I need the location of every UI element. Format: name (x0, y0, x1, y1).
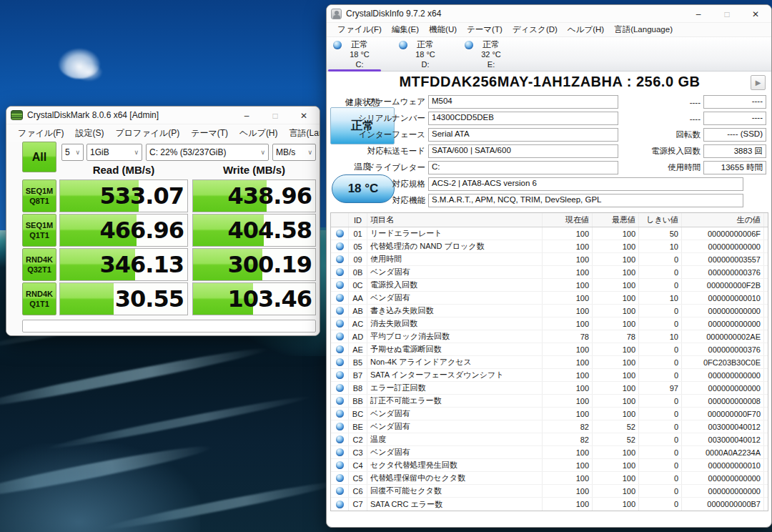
cdm-column-headers: Read (MB/s) Write (MB/s) (6, 164, 320, 178)
size-select[interactable]: 1GiB∨ (86, 144, 142, 161)
smart-row: B7SATA インターフェースダウンシフト1001000000000000000 (331, 369, 768, 382)
smart-raw-value: 0000A0A2234A (681, 446, 763, 458)
status-orb-icon (336, 448, 344, 456)
cdm-menu-item[interactable]: 言語(Language) (284, 126, 320, 141)
read-bar: 346.13 (59, 248, 188, 281)
smart-row-spacer (763, 292, 770, 304)
cdi-menu-item[interactable]: 編集(E) (387, 23, 424, 36)
cdi-menu-item[interactable]: ディスク(D) (508, 23, 563, 36)
smart-attribute-name: 電源投入回数 (367, 279, 542, 291)
smart-raw-value: 000000000010 (681, 292, 763, 304)
smart-worst-value: 100 (592, 472, 638, 484)
smart-attribute-name: ベンダ固有 (367, 266, 542, 278)
smart-threshold: 0 (638, 266, 681, 278)
smart-row: 0Bベンダ固有1001000000000000376 (331, 266, 768, 279)
smart-row-spacer (763, 446, 770, 458)
smart-worst-value: 52 (592, 420, 638, 433)
smart-threshold: 10 (638, 330, 681, 343)
test-label-button[interactable]: RND4KQ32T1 (22, 248, 56, 281)
smart-row: AE予期せぬ電源断回数1001000000000000376 (331, 343, 768, 356)
cdi-menu-item[interactable]: テーマ(T) (462, 23, 508, 36)
smart-id: C2 (348, 433, 367, 445)
smart-threshold: 50 (638, 227, 681, 240)
status-orb-icon (336, 255, 344, 263)
smart-threshold: 0 (638, 253, 681, 265)
selected-value: 1GiB (90, 147, 132, 157)
loops-select[interactable]: 5∨ (61, 144, 84, 161)
smart-attribute-name: ベンダ固有 (367, 292, 542, 304)
maximize-button[interactable]: □ (261, 107, 290, 124)
field-label: ---- (563, 114, 703, 123)
status-orb-icon (336, 371, 344, 379)
smart-row-spacer (763, 369, 770, 381)
smart-header-cell: しきい値 (638, 213, 681, 227)
cdm-menu-item[interactable]: プロファイル(P) (109, 126, 185, 141)
test-label-button[interactable]: SEQ1MQ8T1 (22, 179, 56, 212)
smart-header-cell: 項目名 (367, 213, 542, 227)
drive-letter-text: E: (458, 59, 524, 69)
smart-current-value: 82 (542, 420, 592, 433)
smart-row: C3ベンダ固有10010000000A0A2234A (331, 446, 768, 459)
smart-row: 01リードエラーレート1001005000000000006F (331, 227, 768, 240)
test-queue-thread: Q8T1 (29, 196, 49, 206)
test-name: RND4K (26, 255, 53, 265)
cdm-menu-item[interactable]: 設定(S) (69, 126, 109, 141)
smart-orb-cell (331, 292, 348, 304)
smart-orb-cell (331, 369, 348, 381)
smart-threshold: 10 (638, 292, 681, 304)
drive-tab-C[interactable]: 正常18 °CC: (327, 37, 392, 72)
drive-temp-text: 18 °C (327, 49, 392, 59)
drive-select[interactable]: C: 22% (53/237GiB)∨ (146, 144, 269, 161)
cdi-menu-item[interactable]: ファイル(F) (332, 23, 387, 36)
smart-orb-cell (331, 459, 348, 471)
cdm-menu-item[interactable]: ファイル(F) (12, 126, 69, 141)
drive-tab-E[interactable]: 正常32 °CE: (458, 37, 524, 72)
smart-row-spacer (763, 240, 770, 252)
smart-row: C6回復不可能セクタ数1001000000000000000 (331, 485, 768, 498)
write-bar: 300.19 (192, 248, 316, 281)
info-field: -------- (563, 95, 767, 109)
smart-worst-value: 100 (592, 408, 638, 420)
cdi-menu-item[interactable]: 言語(Language) (609, 23, 678, 36)
minimize-button[interactable]: – (684, 5, 713, 23)
cdm-menu-item[interactable]: テーマ(T) (185, 126, 234, 141)
smart-orb-cell (331, 498, 348, 511)
maximize-button[interactable]: □ (713, 5, 741, 23)
smart-orb-cell (331, 420, 348, 433)
read-value: 466.96 (100, 217, 184, 244)
field-label: 対応機能 (327, 195, 428, 206)
status-orb-icon (336, 242, 344, 250)
smart-orb-cell (331, 317, 348, 330)
smart-raw-value: 000000000000 (681, 317, 763, 330)
cdi-menu-item[interactable]: ヘルプ(H) (563, 23, 609, 36)
cdi-right-fields: ----------------回転数---- (SSD)電源投入回数3883 … (563, 95, 767, 177)
unit-select[interactable]: MB/s∨ (272, 144, 316, 161)
smart-row-spacer (763, 485, 770, 497)
drive-tab-D[interactable]: 正常18 °CD: (392, 37, 458, 72)
test-name: SEQ1M (26, 186, 54, 196)
write-bar: 103.46 (192, 282, 316, 315)
close-button[interactable]: ✕ (290, 107, 318, 124)
write-value: 103.46 (228, 285, 312, 312)
smart-row-spacer (763, 433, 770, 445)
test-label-button[interactable]: RND4KQ1T1 (22, 282, 56, 315)
smart-attribute-name: ベンダ固有 (367, 420, 542, 433)
field-label: シリアルナンバー (327, 113, 428, 124)
status-orb-icon (336, 397, 344, 405)
minimize-button[interactable]: – (232, 107, 261, 124)
close-button[interactable]: ✕ (741, 5, 770, 23)
cdm-menu-item[interactable]: ヘルプ(H) (234, 126, 284, 141)
drive-letter-text: C: (327, 59, 392, 69)
smart-header-cell: 最悪値 (592, 213, 638, 227)
cdm-menubar: ファイル(F)設定(S)プロファイル(P)テーマ(T)ヘルプ(H)言語(Lang… (6, 124, 320, 142)
next-drive-button[interactable]: ▶ (751, 75, 766, 90)
test-label-button[interactable]: SEQ1MQ1T1 (22, 214, 56, 247)
smart-attribute-name: 書き込み失敗回数 (367, 305, 542, 317)
status-orb-icon (336, 423, 344, 430)
smart-current-value: 100 (542, 240, 592, 252)
smart-raw-value: 000000000000 (681, 472, 763, 484)
smart-current-value: 78 (542, 330, 592, 343)
cdi-menu-item[interactable]: 機能(U) (424, 23, 462, 36)
smart-id: 05 (348, 240, 367, 252)
status-orb-icon (336, 487, 344, 495)
